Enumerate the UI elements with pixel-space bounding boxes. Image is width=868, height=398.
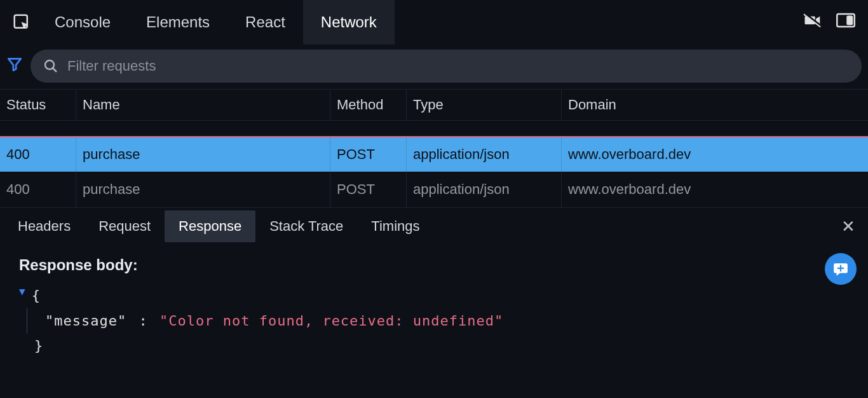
table-row[interactable]: 400 purchase POST application/json www.o…: [0, 172, 868, 207]
camera-off-icon[interactable]: [803, 12, 822, 32]
tab-elements[interactable]: Elements: [128, 0, 227, 45]
cell-method: POST: [330, 172, 407, 207]
json-close-brace: }: [34, 333, 43, 359]
tab-headers[interactable]: Headers: [4, 210, 85, 242]
inspect-element-icon[interactable]: [6, 13, 37, 32]
json-open-brace: {: [32, 283, 40, 308]
column-header-name[interactable]: Name: [76, 90, 330, 120]
network-table-body[interactable]: 400 purchase POST application/json www.o…: [0, 121, 868, 207]
cell-status: 400: [0, 137, 76, 172]
cell-name: purchase: [76, 137, 330, 172]
cell-domain: www.overboard.dev: [562, 137, 868, 172]
column-header-status[interactable]: Status: [0, 90, 76, 120]
search-icon: [43, 58, 58, 74]
filter-input[interactable]: [67, 58, 849, 74]
tab-console[interactable]: Console: [37, 0, 128, 45]
top-bar: Console Elements React Network: [0, 0, 868, 45]
response-body-section: Response body: ▼ { "message" : "Color no…: [0, 245, 868, 370]
json-viewer[interactable]: ▼ { "message" : "Color not found, receiv…: [19, 283, 849, 359]
column-header-method[interactable]: Method: [330, 90, 407, 120]
detail-tabs: Headers Request Response Stack Trace Tim…: [0, 208, 868, 245]
filter-input-wrapper[interactable]: [31, 50, 862, 83]
detail-panel: Headers Request Response Stack Trace Tim…: [0, 207, 868, 370]
cell-type: application/json: [407, 137, 562, 172]
tab-response[interactable]: Response: [165, 210, 255, 242]
json-value: "Color not found, received: undefined": [159, 313, 503, 329]
json-key: "message": [45, 313, 126, 329]
dock-panel-icon[interactable]: [836, 12, 855, 32]
cell-domain: www.overboard.dev: [562, 172, 868, 207]
tab-timings[interactable]: Timings: [357, 210, 433, 242]
svg-line-6: [53, 68, 57, 72]
chat-help-button[interactable]: [825, 253, 857, 285]
tab-stack-trace[interactable]: Stack Trace: [255, 210, 357, 242]
table-row[interactable]: 400 purchase POST application/json www.o…: [0, 136, 868, 172]
network-table-header: Status Name Method Type Domain: [0, 89, 868, 121]
table-row[interactable]: [0, 121, 868, 136]
cell-status: 400: [0, 172, 76, 207]
tab-request[interactable]: Request: [85, 210, 165, 242]
cell-method: POST: [330, 137, 407, 172]
response-body-title: Response body:: [19, 256, 849, 274]
tab-react[interactable]: React: [227, 0, 303, 45]
top-tabs: Console Elements React Network: [37, 0, 395, 45]
column-header-domain[interactable]: Domain: [562, 90, 868, 120]
caret-down-icon[interactable]: ▼: [19, 283, 25, 301]
cell-type: application/json: [407, 172, 562, 207]
svg-point-5: [45, 60, 54, 69]
filter-icon[interactable]: [6, 56, 23, 76]
tab-network[interactable]: Network: [303, 0, 395, 45]
cell-name: purchase: [76, 172, 330, 207]
close-icon[interactable]: ✕: [832, 217, 864, 237]
column-header-type[interactable]: Type: [407, 90, 562, 120]
json-colon: :: [126, 313, 159, 329]
svg-rect-4: [848, 17, 853, 25]
filter-row: [0, 45, 868, 89]
top-right-icons: [803, 12, 862, 32]
